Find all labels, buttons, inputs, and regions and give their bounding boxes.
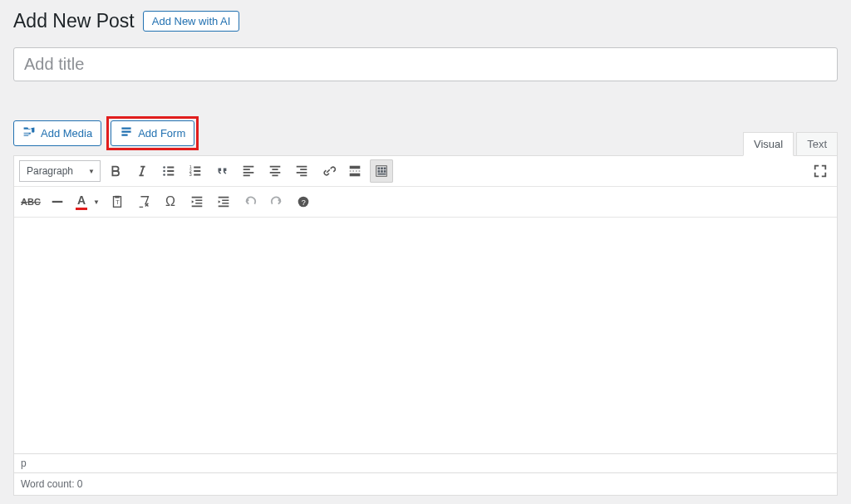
- svg-rect-7: [350, 174, 361, 177]
- help-icon: ?: [296, 194, 311, 209]
- editor-content-area[interactable]: [14, 218, 837, 453]
- redo-button[interactable]: [265, 190, 288, 213]
- svg-point-1: [163, 170, 165, 173]
- clear-formatting-icon: [136, 194, 151, 209]
- svg-rect-11: [384, 168, 386, 170]
- tab-text[interactable]: Text: [796, 132, 838, 156]
- toolbar-toggle-button[interactable]: [370, 159, 393, 183]
- editor-tabs: Visual Text: [740, 132, 838, 156]
- redo-icon: [269, 194, 284, 209]
- bullet-list-button[interactable]: [157, 159, 180, 183]
- form-icon: [120, 125, 133, 141]
- align-right-icon: [294, 164, 309, 179]
- link-button[interactable]: [317, 159, 340, 183]
- svg-rect-14: [384, 170, 386, 173]
- svg-rect-10: [381, 168, 383, 170]
- read-more-button[interactable]: [343, 159, 366, 183]
- toolbar-row-1: Paragraph 123: [14, 156, 837, 187]
- paste-text-icon: T: [110, 194, 125, 209]
- svg-rect-6: [350, 166, 361, 169]
- page-title: Add New Post: [13, 10, 135, 32]
- add-new-with-ai-button[interactable]: Add New with AI: [143, 11, 240, 32]
- numbered-list-button[interactable]: 123: [184, 159, 207, 183]
- status-bar: Word count: 0: [14, 472, 837, 495]
- bold-button[interactable]: [104, 159, 127, 183]
- align-left-button[interactable]: [237, 159, 260, 183]
- text-color-button[interactable]: A ▼: [72, 191, 102, 213]
- italic-icon: [135, 164, 150, 179]
- numbered-list-icon: 123: [188, 164, 203, 179]
- strikethrough-button[interactable]: ABC: [19, 190, 42, 213]
- camera-music-icon: [22, 125, 36, 141]
- svg-text:3: 3: [189, 172, 192, 177]
- help-button[interactable]: ?: [292, 190, 315, 213]
- undo-icon: [243, 194, 258, 209]
- word-count-label: Word count:: [21, 478, 74, 490]
- link-icon: [321, 164, 336, 179]
- element-path[interactable]: p: [21, 458, 27, 469]
- svg-rect-13: [381, 170, 383, 173]
- italic-button[interactable]: [130, 159, 154, 183]
- indent-button[interactable]: [212, 190, 235, 213]
- editor-box: Paragraph 123 ABC A ▼ T Ω ?: [13, 155, 838, 496]
- svg-point-0: [163, 166, 165, 169]
- align-right-button[interactable]: [290, 159, 313, 183]
- bold-icon: [108, 164, 123, 179]
- read-more-icon: [347, 164, 362, 179]
- blockquote-icon: [214, 164, 229, 179]
- add-form-button[interactable]: Add Form: [111, 120, 194, 146]
- bullet-list-icon: [161, 164, 176, 179]
- format-dropdown-label: Paragraph: [27, 165, 73, 177]
- strikethrough-icon: ABC: [21, 197, 41, 207]
- toolbar-toggle-icon: [374, 164, 389, 179]
- svg-rect-15: [378, 174, 386, 175]
- svg-rect-9: [378, 168, 381, 170]
- special-char-button[interactable]: Ω: [159, 190, 182, 213]
- fullscreen-icon: [813, 164, 828, 179]
- word-count-value: 0: [77, 478, 83, 490]
- tab-visual[interactable]: Visual: [743, 132, 794, 156]
- horizontal-rule-button[interactable]: [46, 190, 69, 213]
- text-color-swatch: [76, 208, 87, 210]
- svg-point-2: [163, 174, 165, 176]
- text-color-icon: A: [77, 193, 86, 207]
- paste-text-button[interactable]: T: [106, 190, 129, 213]
- text-color-dropdown-arrow[interactable]: ▼: [91, 191, 102, 213]
- post-title-input[interactable]: [13, 47, 838, 81]
- align-left-icon: [241, 164, 256, 179]
- add-form-label: Add Form: [138, 127, 185, 139]
- align-center-icon: [268, 164, 283, 179]
- indent-icon: [216, 194, 231, 209]
- add-media-button[interactable]: Add Media: [13, 120, 101, 146]
- toolbar-row-2: ABC A ▼ T Ω ?: [14, 187, 837, 218]
- clear-formatting-button[interactable]: [132, 190, 155, 213]
- svg-text:?: ?: [302, 198, 306, 207]
- format-dropdown[interactable]: Paragraph: [19, 160, 101, 182]
- special-char-icon: Ω: [165, 194, 175, 209]
- undo-button[interactable]: [239, 190, 262, 213]
- add-form-highlight: Add Form: [106, 116, 199, 150]
- distraction-free-button[interactable]: [809, 159, 832, 183]
- add-media-label: Add Media: [41, 127, 92, 139]
- align-center-button[interactable]: [263, 159, 287, 183]
- outdent-icon: [189, 194, 204, 209]
- element-path-bar: p: [14, 453, 837, 472]
- svg-text:T: T: [116, 198, 120, 206]
- outdent-button[interactable]: [185, 190, 209, 213]
- svg-rect-12: [378, 170, 381, 173]
- blockquote-button[interactable]: [210, 159, 234, 183]
- horizontal-rule-icon: [50, 194, 65, 209]
